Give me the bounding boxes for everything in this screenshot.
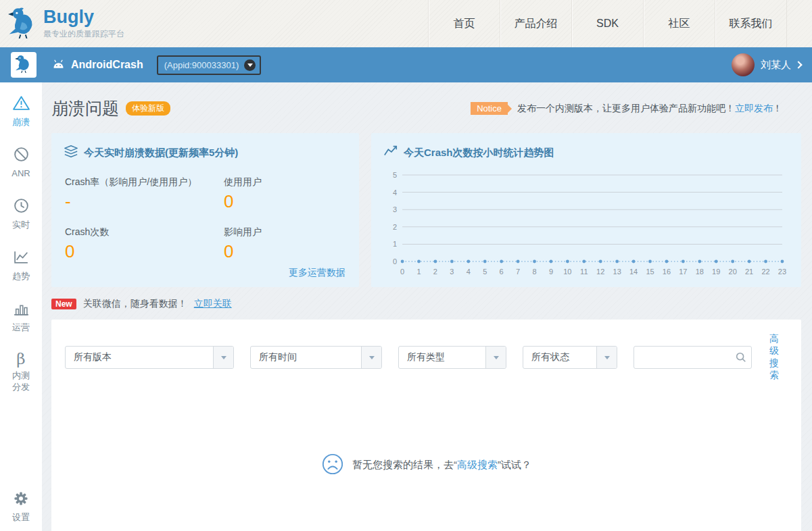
top-header: Bugly 最专业的质量跟踪平台 首页 产品介绍 SDK 社区 联系我们 <box>0 0 812 47</box>
search-box <box>634 346 752 369</box>
bugly-bird-small-icon <box>15 54 33 76</box>
nav-item-community[interactable]: 社区 <box>643 0 715 47</box>
stat-affected-users: 影响用户 0 <box>224 226 347 260</box>
stat-crash-rate: Crash率（影响用户/使用用户） - <box>65 176 224 210</box>
empty-advanced-search-link[interactable]: 高级搜索 <box>457 459 498 470</box>
nav-item-home[interactable]: 首页 <box>428 0 500 47</box>
svg-text:2: 2 <box>433 268 437 276</box>
sidebar-item-anr[interactable]: ANR <box>11 146 31 180</box>
filter-time-select[interactable]: 所有时间 <box>250 346 382 369</box>
crash-trend-chart-wrap: 0123450123456789101112131415161718192021… <box>383 168 789 282</box>
svg-text:15: 15 <box>646 268 654 276</box>
svg-text:5: 5 <box>393 171 397 179</box>
sidebar-item-realtime[interactable]: 实时 <box>11 197 31 231</box>
svg-text:9: 9 <box>549 268 553 276</box>
svg-text:2: 2 <box>393 223 397 231</box>
empty-state: 暂无您搜索的结果，去“高级搜索”试试？ <box>51 453 801 478</box>
logo-tagline: 最专业的质量跟踪平台 <box>43 28 124 40</box>
nav-item-contact[interactable]: 联系我们 <box>715 0 786 47</box>
line-chart-icon <box>383 144 398 161</box>
chevron-down-icon <box>596 347 617 368</box>
page-title: 崩溃问题 <box>51 97 119 120</box>
appid-selector[interactable]: (Appid:900033301) <box>157 55 262 75</box>
svg-text:23: 23 <box>778 268 786 276</box>
chevron-down-icon <box>213 347 233 368</box>
svg-text:16: 16 <box>663 268 671 276</box>
wechat-banner-text: 关联微信，随身看数据！ <box>83 298 187 310</box>
logo-text: Bugly <box>43 7 124 26</box>
sidebar-item-settings[interactable]: 设置 <box>11 490 31 524</box>
summary-panels: 今天实时崩溃数据(更新频率5分钟) Crash率（影响用户/使用用户） - 使用… <box>51 133 801 287</box>
chevron-right-icon <box>794 61 802 68</box>
nav-item-sdk[interactable]: SDK <box>571 0 643 47</box>
gear-icon <box>13 490 29 509</box>
filter-row: 所有版本 所有时间 所有类型 所有状态 <box>51 320 801 382</box>
svg-text:5: 5 <box>483 268 487 276</box>
bar-chart-icon <box>13 300 30 319</box>
chevron-down-icon <box>361 347 381 368</box>
publish-now-link[interactable]: 立即发布 <box>735 103 773 113</box>
clock-icon <box>13 197 30 216</box>
svg-text:4: 4 <box>393 188 397 197</box>
app-logo-tile[interactable] <box>11 52 37 78</box>
svg-text:12: 12 <box>596 268 604 276</box>
realtime-crash-panel: 今天实时崩溃数据(更新频率5分钟) Crash率（影响用户/使用用户） - 使用… <box>51 133 359 287</box>
wechat-banner: New 关联微信，随身看数据！ 立即关联 <box>51 298 801 310</box>
new-badge: New <box>51 299 76 309</box>
sidebar-item-beta-distribution[interactable]: β 内测分发 <box>11 351 31 393</box>
nav-item-product[interactable]: 产品介绍 <box>500 0 571 47</box>
user-menu[interactable]: 刘某人 <box>732 53 801 76</box>
svg-text:4: 4 <box>467 268 471 276</box>
try-new-version-badge[interactable]: 体验新版 <box>126 101 170 116</box>
more-operations-data-link[interactable]: 更多运营数据 <box>289 267 345 279</box>
notice-bar: Notice 发布一个内测版本，让更多用户体验产品新功能吧！立即发布！ <box>471 102 782 115</box>
svg-text:0: 0 <box>393 257 397 266</box>
sidebar-item-crash[interactable]: 崩溃 <box>11 95 31 128</box>
sad-face-icon <box>321 453 344 478</box>
sidebar-item-operations[interactable]: 运营 <box>11 300 31 334</box>
svg-text:11: 11 <box>580 268 588 276</box>
chart-panel-title: 今天Crash次数按小时统计趋势图 <box>404 147 554 159</box>
filter-type-select[interactable]: 所有类型 <box>398 346 506 369</box>
prohibited-icon <box>13 146 30 165</box>
warning-triangle-icon <box>12 95 30 113</box>
stat-active-users: 使用用户 0 <box>224 176 347 210</box>
trend-line-icon <box>13 249 30 268</box>
empty-state-text: 暂无您搜索的结果，去“高级搜索”试试？ <box>352 459 531 472</box>
notice-text: 发布一个内测版本，让更多用户体验产品新功能吧！立即发布！ <box>517 103 782 115</box>
link-wechat-now[interactable]: 立即关联 <box>194 298 232 310</box>
svg-text:1: 1 <box>393 240 397 248</box>
android-icon <box>51 59 66 72</box>
layers-icon <box>64 144 78 161</box>
svg-text:19: 19 <box>712 268 720 276</box>
sidebar-item-trend[interactable]: 趋势 <box>11 249 31 282</box>
svg-text:21: 21 <box>745 268 753 276</box>
search-input[interactable] <box>634 347 731 368</box>
filter-version-select[interactable]: 所有版本 <box>65 346 234 369</box>
chevron-down-icon <box>244 59 256 71</box>
svg-text:7: 7 <box>516 268 520 276</box>
crash-trend-chart: 0123450123456789101112131415161718192021… <box>383 168 789 279</box>
beta-icon: β <box>16 351 25 367</box>
realtime-stats: Crash率（影响用户/使用用户） - 使用用户 0 Crash次数 0 影响用… <box>64 176 347 260</box>
sidebar: 崩溃 ANR 实时 趋势 <box>0 82 42 531</box>
svg-text:3: 3 <box>450 268 454 276</box>
current-app: AndroidCrash <box>51 59 143 72</box>
svg-text:8: 8 <box>532 268 536 276</box>
filter-status-select[interactable]: 所有状态 <box>523 346 617 369</box>
advanced-search-link[interactable]: 高级搜索 <box>769 333 788 382</box>
search-icon[interactable] <box>731 351 751 363</box>
svg-text:1: 1 <box>416 268 421 276</box>
svg-text:0: 0 <box>400 268 404 276</box>
svg-text:20: 20 <box>729 268 737 276</box>
page-header: 崩溃问题 体验新版 Notice 发布一个内测版本，让更多用户体验产品新功能吧！… <box>51 97 801 120</box>
bugly-bird-icon <box>8 6 39 41</box>
app-name: AndroidCrash <box>71 59 143 71</box>
appid-label: (Appid:900033301) <box>164 60 239 70</box>
notice-badge: Notice <box>471 102 508 115</box>
app-bar: AndroidCrash (Appid:900033301) 刘某人 <box>0 47 812 82</box>
chevron-down-icon <box>485 347 506 368</box>
stat-crash-count: Crash次数 0 <box>65 226 224 260</box>
bugly-logo[interactable]: Bugly 最专业的质量跟踪平台 <box>0 0 124 47</box>
main-content: 崩溃问题 体验新版 Notice 发布一个内测版本，让更多用户体验产品新功能吧！… <box>42 82 812 531</box>
